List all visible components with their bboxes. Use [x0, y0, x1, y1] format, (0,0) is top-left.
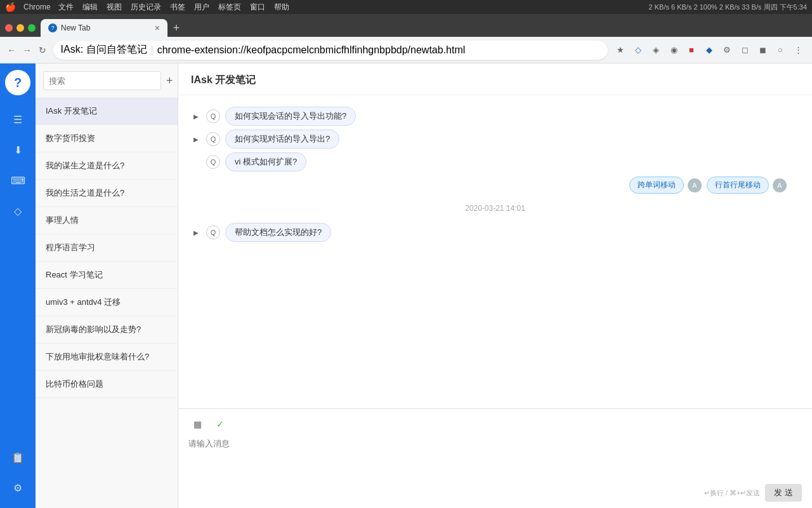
extension-icon-4[interactable]: ■ [684, 43, 699, 58]
extension-icon-5[interactable]: ◆ [702, 43, 717, 58]
question-chip-2[interactable]: 如何实现对话的导入导出? [225, 130, 339, 149]
dropbox-icon[interactable]: ◇ [6, 199, 29, 222]
extension-icon-2[interactable]: ◈ [648, 43, 664, 58]
page-title: IAsk 开发笔记 [178, 64, 812, 95]
expand-btn-2[interactable]: ▶ [191, 134, 201, 144]
question-chip-4[interactable]: 帮助文档怎么实现的好? [225, 223, 331, 242]
window-controls [5, 24, 36, 37]
chat-area[interactable]: ▶ Q 如何实现会话的导入导出功能? ▶ Q 如何实现对话的导入导出? Q vi… [178, 95, 812, 408]
menu-icon[interactable]: ⋮ [790, 43, 806, 58]
notebook-item-life1[interactable]: 我的谋生之道是什么? [36, 152, 178, 180]
titlebar-menus: 文件 编辑 视图 历史记录 书签 用户 标签页 窗口 帮助 [58, 2, 289, 13]
tab-favicon: ? [48, 23, 57, 32]
app-logo[interactable]: ? [5, 70, 30, 95]
menu-bookmarks[interactable]: 书签 [170, 2, 185, 13]
answer-tag-label-2[interactable]: 行首行尾移动 [707, 177, 769, 194]
notebook-item-crypto[interactable]: 数字货币投资 [36, 125, 178, 152]
search-input[interactable] [43, 71, 161, 90]
notebook-item-people[interactable]: 事理人情 [36, 207, 178, 234]
settings-sidebar-icon[interactable]: ⚙ [6, 476, 29, 499]
icon-sidebar: ? ☰ ⬇ ⌨ ◇ 📋 ⚙ [0, 64, 36, 508]
app: ? ☰ ⬇ ⌨ ◇ 📋 ⚙ + IAsk 开发笔记 数字货币投资 我的谋生之道是… [0, 64, 812, 508]
answer-tag-badge-1: A [688, 178, 702, 192]
new-tab-btn[interactable]: + [167, 19, 185, 37]
titlebar-left: 🍎 Chrome 文件 编辑 视图 历史记录 书签 用户 标签页 窗口 帮助 [5, 2, 289, 13]
question-row-4: ▶ Q 帮助文档怎么实现的好? [191, 223, 799, 242]
question-row-1: ▶ Q 如何实现会话的导入导出功能? [191, 107, 799, 126]
notebook-item-land[interactable]: 下放用地审批权意味着什么? [36, 344, 178, 371]
list-icon[interactable]: ☰ [6, 108, 29, 131]
maximize-window-btn[interactable] [28, 24, 36, 32]
answer-tag-badge-2: A [773, 178, 787, 192]
address-bar[interactable]: IAsk: 自问自答笔记 | chrome-extension://keofpa… [53, 41, 608, 60]
addressbar: ← → ↻ IAsk: 自问自答笔记 | chrome-extension://… [0, 37, 812, 64]
extension-icon-1[interactable]: ◇ [631, 43, 646, 58]
address-url: chrome-extension://keofpacpcmelcnbmicfhl… [157, 44, 466, 56]
question-chip-3[interactable]: vi 模式如何扩展? [225, 152, 306, 171]
notebook-item-covid[interactable]: 新冠病毒的影响以及走势? [36, 316, 178, 344]
extension-icon-3[interactable]: ◉ [666, 43, 681, 58]
check-tool-btn[interactable]: ✓ [211, 415, 229, 433]
tab-close-btn[interactable]: × [155, 23, 160, 33]
titlebar-right: 2 KB/s 6 KB/s 2 100% 2 KB/s 33 B/s 周四 下午… [649, 3, 807, 12]
answer-tags: 跨单词移动 A 行首行尾移动 A [204, 177, 787, 194]
profile-icon[interactable]: ○ [773, 43, 788, 58]
notebook-item-umiv3[interactable]: umiv3 + antdv4 迁移 [36, 289, 178, 316]
input-area: ▦ ✓ ↵换行 / ⌘+↵发送 发 送 [178, 408, 812, 508]
extension-icon-6[interactable]: ◼ [755, 43, 770, 58]
chrome-label: Chrome [23, 3, 51, 11]
answer-tag-1: 跨单词移动 A [629, 177, 702, 194]
answer-tag-2: 行首行尾移动 A [707, 177, 787, 194]
close-window-btn[interactable] [5, 24, 13, 32]
minimize-window-btn[interactable] [16, 24, 24, 32]
reload-btn[interactable]: ↻ [37, 43, 48, 58]
titlebar: 🍎 Chrome 文件 编辑 视图 历史记录 书签 用户 标签页 窗口 帮助 2… [0, 0, 812, 14]
expand-btn-3[interactable]: ▶ [191, 227, 201, 237]
question-group-2: ▶ Q 帮助文档怎么实现的好? [191, 223, 799, 242]
message-input[interactable] [188, 438, 802, 476]
apple-menu[interactable]: 🍎 [5, 2, 16, 12]
site-name: IAsk: 自问自答笔记 [61, 43, 147, 57]
settings-icon[interactable]: ⚙ [719, 43, 735, 58]
file-icon[interactable]: 📋 [6, 446, 29, 469]
menu-help[interactable]: 帮助 [274, 2, 289, 13]
system-info: 2 KB/s 6 KB/s 2 100% 2 KB/s 33 B/s 周四 下午… [649, 3, 807, 12]
notebook-items: IAsk 开发笔记 数字货币投资 我的谋生之道是什么? 我的生活之道是什么? 事… [36, 98, 178, 508]
notebook-item-life2[interactable]: 我的生活之道是什么? [36, 180, 178, 207]
menu-history[interactable]: 历史记录 [131, 2, 161, 13]
add-notebook-btn[interactable]: + [166, 74, 173, 88]
back-btn[interactable]: ← [6, 43, 17, 58]
search-bar: + [36, 64, 178, 98]
menu-edit[interactable]: 编辑 [82, 2, 98, 13]
download-icon[interactable]: ⬇ [6, 138, 29, 161]
bookmark-star-icon[interactable]: ★ [613, 43, 628, 58]
input-hint: ↵换行 / ⌘+↵发送 [704, 488, 761, 498]
q-badge-3: Q [206, 155, 220, 169]
tab-title: New Tab [61, 23, 90, 32]
browser-toolbar: ★ ◇ ◈ ◉ ■ ◆ ⚙ ◻ ◼ ○ ⋮ [613, 43, 806, 58]
table-tool-btn[interactable]: ▦ [188, 415, 206, 433]
q-badge-4: Q [206, 225, 220, 239]
menu-file[interactable]: 文件 [58, 2, 74, 13]
answer-tag-label-1[interactable]: 跨单词移动 [629, 177, 684, 194]
menu-tabs[interactable]: 标签页 [218, 2, 241, 13]
send-btn[interactable]: 发 送 [765, 484, 802, 502]
forward-btn[interactable]: → [22, 43, 33, 58]
notebook-item-bitcoin[interactable]: 比特币价格问题 [36, 371, 178, 398]
q-badge-1: Q [206, 109, 220, 123]
cast-icon[interactable]: ◻ [737, 43, 752, 58]
question-chip-1[interactable]: 如何实现会话的导入导出功能? [225, 107, 356, 126]
expand-btn-1[interactable]: ▶ [191, 111, 201, 121]
notebook-item-lang[interactable]: 程序语言学习 [36, 234, 178, 262]
menu-user[interactable]: 用户 [194, 2, 209, 13]
input-toolbar: ▦ ✓ [188, 415, 802, 433]
menu-view[interactable]: 视图 [107, 2, 122, 13]
notebook-item-react[interactable]: React 学习笔记 [36, 262, 178, 289]
active-tab[interactable]: ? New Tab × [41, 19, 167, 37]
menu-window[interactable]: 窗口 [250, 2, 265, 13]
question-row-2: ▶ Q 如何实现对话的导入导出? [191, 130, 799, 149]
question-row-3: Q vi 模式如何扩展? [191, 152, 799, 171]
notebook-item-iask[interactable]: IAsk 开发笔记 [36, 98, 178, 125]
keyboard-icon[interactable]: ⌨ [6, 169, 29, 192]
notebook-list: + IAsk 开发笔记 数字货币投资 我的谋生之道是什么? 我的生活之道是什么?… [36, 64, 178, 508]
